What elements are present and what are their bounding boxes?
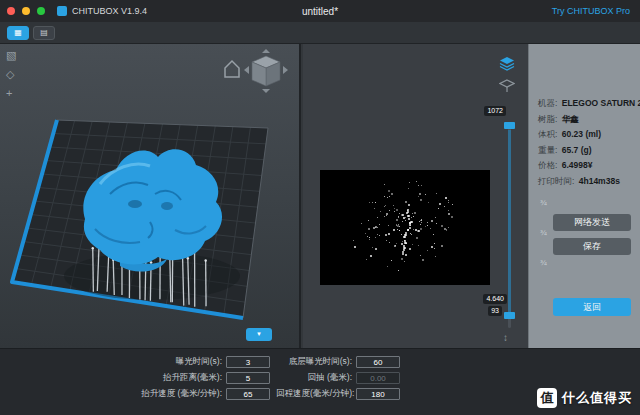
current-layer-badge: 93	[488, 306, 502, 316]
volume-value: 60.23 (ml)	[562, 129, 601, 139]
resin-label: 树脂:	[538, 114, 557, 124]
print-time-label: 打印时间:	[538, 176, 574, 186]
grid-icon: ▦	[14, 28, 22, 37]
weight-row: 重量: 65.7 (g)	[538, 143, 636, 159]
clip-plane-icon[interactable]	[499, 78, 515, 97]
resin-row: 树脂: 华鑫	[538, 112, 636, 128]
tick-mark: ¾	[540, 258, 547, 288]
lift-distance-label: 抬升距离(毫米):	[0, 372, 222, 384]
sidebar-tick-marks: ¾ ¾ ¾	[540, 198, 547, 288]
retract-distance-input	[356, 372, 400, 384]
volume-label: 体积:	[538, 129, 557, 139]
rotate-left-arrow[interactable]	[244, 66, 249, 74]
volume-row: 体积: 60.23 (ml)	[538, 127, 636, 143]
rotate-right-arrow[interactable]	[283, 66, 288, 74]
tick-mark: ¾	[540, 228, 547, 258]
smzdm-watermark-text: 什么值得买	[562, 389, 632, 407]
weight-value: 65.7 (g)	[562, 145, 592, 155]
total-layers-badge: 1072	[484, 106, 506, 116]
smzdm-watermark: 值 什么值得买	[537, 388, 632, 408]
toolbar: ▦ ▤	[0, 22, 640, 44]
app-title: CHITUBOX V1.9.4	[72, 6, 147, 16]
back-button[interactable]: 返回	[553, 298, 631, 316]
axis-icon[interactable]: +	[6, 88, 16, 99]
viewport-toolbar: ▧ ◇ +	[6, 50, 16, 99]
smzdm-logo-icon: 值	[537, 388, 557, 408]
tick-mark: ¾	[540, 198, 547, 228]
price-row: 价格: 6.4998¥	[538, 158, 636, 174]
slider-range-icon[interactable]: ↕	[503, 332, 508, 343]
slice-preview-image	[320, 170, 490, 285]
lift-speed-label: 抬升速度 (毫米/分钟):	[0, 388, 222, 400]
lift-distance-input[interactable]	[226, 372, 270, 384]
toolbar-button-secondary[interactable]: ▤	[33, 26, 55, 40]
app-window: CHITUBOX V1.9.4 untitled* Try CHITUBOX P…	[0, 0, 640, 415]
toolbar-button-primary[interactable]: ▦	[7, 26, 29, 40]
chevron-down-icon: ▼	[256, 331, 262, 337]
machine-value: ELEGOO SATURN 2	[562, 98, 640, 108]
layer-slider-range	[508, 130, 511, 312]
wireframe-icon[interactable]: ◇	[6, 69, 16, 80]
bottom-exposure-time-label: 底层曝光时间(s):	[276, 356, 352, 368]
layers-icon[interactable]	[499, 56, 515, 75]
perspective-icon[interactable]: ▧	[6, 50, 16, 61]
network-send-button[interactable]: 网络发送	[553, 214, 631, 231]
print-info: 机器: ELEGOO SATURN 2 树脂: 华鑫 体积: 60.23 (ml…	[538, 96, 636, 189]
bottom-exposure-time-input[interactable]	[356, 356, 400, 368]
resin-value: 华鑫	[562, 114, 579, 124]
rotate-up-arrow[interactable]	[262, 49, 270, 53]
minimize-window-button[interactable]	[22, 7, 30, 15]
slice-preview-panel: 1072 4.640 93 ↕	[303, 44, 528, 348]
rotate-down-arrow[interactable]	[262, 89, 270, 93]
lift-speed-input[interactable]	[226, 388, 270, 400]
home-view-icon[interactable]	[225, 61, 239, 77]
title-bar: CHITUBOX V1.9.4 untitled* Try CHITUBOX P…	[0, 0, 640, 22]
save-button[interactable]: 保存	[553, 238, 631, 255]
app-logo-icon	[57, 6, 67, 16]
print-settings-fields: 曝光时间(s): 底层曝光时间(s): 抬升距离(毫米): 回抽 (毫米): 抬…	[0, 354, 402, 402]
info-sidebar: 机器: ELEGOO SATURN 2 树脂: 华鑫 体积: 60.23 (ml…	[528, 44, 640, 348]
machine-label: 机器:	[538, 98, 557, 108]
view-cube-graphic	[220, 48, 298, 108]
layer-slider-bottom-handle[interactable]	[504, 312, 515, 319]
layer-slider-top-handle[interactable]	[504, 122, 515, 129]
exposure-time-label: 曝光时间(s):	[0, 356, 222, 368]
current-height-badge: 4.640	[483, 294, 507, 304]
retract-speed-input[interactable]	[356, 388, 400, 400]
layers-small-icon: ▤	[40, 28, 48, 37]
close-window-button[interactable]	[7, 7, 15, 15]
view-cube[interactable]	[220, 48, 298, 108]
price-value: 6.4998¥	[562, 160, 593, 170]
retract-speed-label: 回程速度(毫米/分钟):	[276, 388, 352, 400]
print-time-row: 打印时间: 4h14m38s	[538, 174, 636, 190]
print-time-value: 4h14m38s	[579, 176, 620, 186]
maximize-window-button[interactable]	[37, 7, 45, 15]
retract-distance-label: 回抽 (毫米):	[276, 372, 352, 384]
weight-label: 重量:	[538, 145, 557, 155]
collapse-panel-button[interactable]: ▼	[246, 328, 272, 341]
try-pro-link[interactable]: Try CHITUBOX Pro	[552, 6, 630, 16]
exposure-time-input[interactable]	[226, 356, 270, 368]
settings-bar: 曝光时间(s): 底层曝光时间(s): 抬升距离(毫米): 回抽 (毫米): 抬…	[0, 348, 640, 415]
3d-viewport[interactable]: ▧ ◇ + ▼	[0, 44, 301, 348]
price-label: 价格:	[538, 160, 557, 170]
main-content: ▧ ◇ + ▼	[0, 44, 640, 348]
machine-row: 机器: ELEGOO SATURN 2	[538, 96, 636, 112]
